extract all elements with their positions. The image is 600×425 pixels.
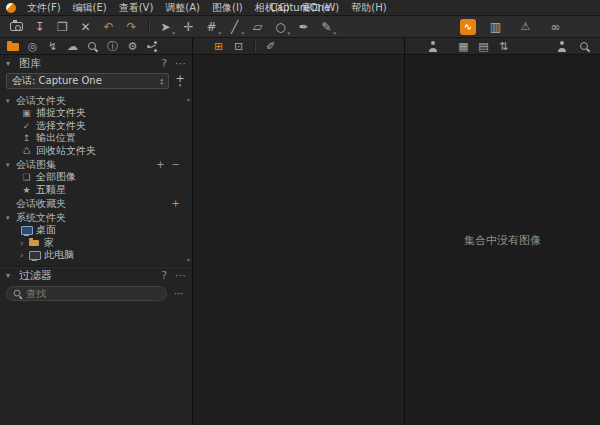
help-button[interactable]: ? bbox=[161, 269, 167, 282]
spot-removal-tool-icon[interactable]: ○ bbox=[270, 17, 291, 36]
tree-row[interactable]: ❏ 全部图像 bbox=[0, 171, 192, 184]
menu-item[interactable]: 文件(F) bbox=[21, 0, 67, 15]
empty-collection-message: 集合中没有图像 bbox=[464, 233, 541, 248]
person-icon[interactable] bbox=[552, 39, 571, 54]
panel-collapse-icon[interactable] bbox=[6, 271, 14, 280]
select-tool-icon[interactable]: ➤ bbox=[155, 17, 176, 36]
select-chevrons-icon bbox=[160, 77, 163, 85]
undo-icon[interactable]: ↶ bbox=[98, 17, 119, 36]
tree-row[interactable]: ▾ 会话文件夹 bbox=[0, 95, 192, 108]
filter-search-box[interactable] bbox=[6, 286, 167, 301]
info-icon[interactable]: ⓘ bbox=[103, 39, 122, 54]
session-selector[interactable]: 会话: Capture One bbox=[6, 73, 169, 89]
more-options-button[interactable]: ⋯ bbox=[175, 57, 186, 70]
warning-icon[interactable]: ⚠ bbox=[515, 17, 536, 36]
more-options-button[interactable]: ⋯ bbox=[175, 269, 186, 282]
viewer-area bbox=[193, 55, 405, 425]
capture-one-logo-icon[interactable] bbox=[6, 3, 16, 13]
section-chevron-icon[interactable]: ▾ bbox=[6, 214, 16, 222]
main-toolbar: ↧❐✕↶↷ ➤✛#╱▱○✒✎ ∿▥⚠∞ bbox=[0, 16, 600, 38]
toolbar-right-group: ∿▥⚠∞ bbox=[459, 17, 595, 36]
remove-button[interactable]: − bbox=[172, 159, 180, 170]
tree-row[interactable]: › 此电脑 bbox=[0, 249, 192, 262]
main-area: 图库 ? ⋯ 会话: Capture One + ▾ bbox=[0, 55, 600, 425]
search-icon bbox=[13, 288, 22, 297]
output-location-icon: ↥ bbox=[20, 133, 33, 144]
capture-group: ↧❐✕↶↷ bbox=[5, 17, 143, 36]
tree-row[interactable]: ✓ 选择文件夹 bbox=[0, 120, 192, 133]
menu-item[interactable]: 编辑(E) bbox=[67, 0, 113, 15]
computer-icon bbox=[28, 250, 41, 261]
tree-item-label: 五颗星 bbox=[36, 183, 66, 197]
search-icon[interactable] bbox=[83, 39, 102, 54]
person-icon[interactable] bbox=[423, 39, 442, 54]
help-button[interactable]: ? bbox=[161, 57, 167, 70]
tree-row[interactable]: ▾ 系统文件夹 bbox=[0, 212, 192, 225]
panel-collapse-icon[interactable] bbox=[6, 59, 14, 68]
scroll-down-arrow[interactable] bbox=[187, 256, 190, 263]
eyedropper-tool-icon[interactable]: ✒ bbox=[293, 17, 314, 36]
search-icon[interactable] bbox=[575, 39, 594, 54]
aperture-icon[interactable]: ◎ bbox=[23, 39, 42, 54]
section-chevron-icon[interactable]: ▾ bbox=[6, 161, 16, 169]
proofing-icon[interactable]: ∞ bbox=[545, 17, 566, 36]
tree-row[interactable]: ▣ 捕捉文件夹 bbox=[0, 107, 192, 120]
tree-row[interactable]: 会话收藏夹 + bbox=[0, 198, 192, 211]
cloud-icon[interactable]: ☁ bbox=[63, 39, 82, 54]
separator bbox=[254, 40, 255, 53]
all-images-icon: ❏ bbox=[20, 172, 33, 183]
single-view-icon[interactable]: ⊡ bbox=[229, 39, 248, 54]
camera-icon[interactable] bbox=[6, 17, 27, 36]
menu-item[interactable]: 图像(I) bbox=[206, 0, 249, 15]
grid-view-icon[interactable]: ⊞ bbox=[209, 39, 228, 54]
menu-item[interactable]: 调整(A) bbox=[159, 0, 206, 15]
search-more-button[interactable]: ⋯ bbox=[172, 288, 186, 299]
draw-mask-tool-icon[interactable]: ✎ bbox=[316, 17, 337, 36]
menu-item[interactable]: 查看(V) bbox=[113, 0, 160, 15]
tree-row[interactable]: 桌面 bbox=[0, 224, 192, 237]
tree-row[interactable]: ▾ 会话图集 + − bbox=[0, 159, 192, 172]
cursor-tools-group: ➤✛#╱▱○✒✎ bbox=[154, 17, 338, 36]
sort-icon[interactable]: ⇅ bbox=[494, 39, 513, 54]
keystone-tool-icon[interactable]: ▱ bbox=[247, 17, 268, 36]
library-panel-title: 图库 bbox=[19, 56, 41, 71]
left-sidebar: 图库 ? ⋯ 会话: Capture One + ▾ bbox=[0, 55, 193, 425]
section-chevron-icon[interactable]: ▾ bbox=[6, 97, 16, 105]
add-session-button[interactable]: + bbox=[173, 75, 187, 87]
thumbnails-view-icon[interactable]: ▦ bbox=[454, 39, 473, 54]
tree-item-label: 会话收藏夹 bbox=[16, 197, 66, 211]
import-icon[interactable]: ↧ bbox=[29, 17, 50, 36]
menu-item[interactable]: 帮助(H) bbox=[345, 0, 392, 15]
expand-arrow-icon[interactable]: › bbox=[20, 250, 28, 260]
delete-icon[interactable]: ✕ bbox=[75, 17, 96, 36]
straighten-tool-icon[interactable]: ╱ bbox=[224, 17, 245, 36]
tree-item-label: 此电脑 bbox=[44, 248, 74, 262]
tether-icon[interactable]: ↯ bbox=[43, 39, 62, 54]
tree-row[interactable]: ♺ 回收站文件夹 bbox=[0, 145, 192, 158]
share-icon[interactable] bbox=[143, 39, 162, 54]
crop-tool-icon[interactable]: # bbox=[201, 17, 222, 36]
search-input[interactable] bbox=[26, 288, 161, 299]
add-button[interactable]: + bbox=[172, 198, 180, 209]
folder-icon[interactable] bbox=[3, 39, 22, 54]
adjustments-clipboard-icon[interactable]: ∿ bbox=[460, 19, 476, 35]
capture-folder-icon: ▣ bbox=[20, 108, 33, 119]
viewer-tools: ⊞⊡✐ bbox=[193, 38, 405, 54]
scroll-up-arrow[interactable] bbox=[187, 95, 190, 102]
tree-row[interactable]: › 家 bbox=[0, 237, 192, 250]
library-tools: ◎↯☁ⓘ⚙ bbox=[0, 38, 193, 54]
tree-item-label: 回收站文件夹 bbox=[36, 144, 96, 158]
tree-row[interactable]: ★ 五颗星 bbox=[0, 184, 192, 197]
redo-icon[interactable]: ↷ bbox=[121, 17, 142, 36]
list-view-icon[interactable]: ▤ bbox=[474, 39, 493, 54]
styles-icon[interactable]: ▥ bbox=[485, 17, 506, 36]
pan-tool-icon[interactable]: ✛ bbox=[178, 17, 199, 36]
gear-icon[interactable]: ⚙ bbox=[123, 39, 142, 54]
trash-folder-icon: ♺ bbox=[20, 145, 33, 156]
print-icon[interactable]: ❐ bbox=[52, 17, 73, 36]
cursor-tool-icon[interactable]: ✐ bbox=[261, 39, 280, 54]
add-button[interactable]: + bbox=[156, 159, 164, 170]
five-stars-icon: ★ bbox=[20, 184, 33, 195]
expand-arrow-icon[interactable]: › bbox=[20, 238, 28, 248]
tree-row[interactable]: ↥ 输出位置 bbox=[0, 132, 192, 145]
